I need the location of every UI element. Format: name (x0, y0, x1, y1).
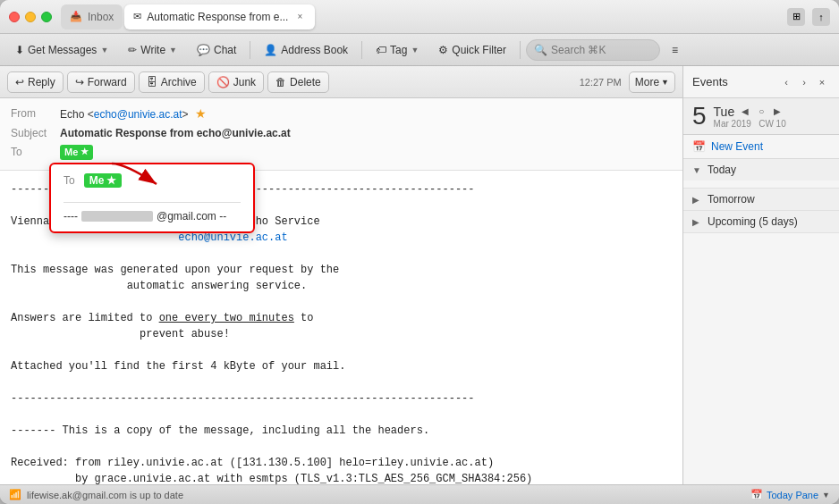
close-button[interactable] (9, 12, 20, 22)
cal-week: CW 10 (758, 119, 786, 129)
upcoming-toggle: ▶ (692, 217, 703, 227)
subject-row: Subject Automatic Response from echo@uni… (11, 125, 672, 141)
events-panel: Events ‹ › × 5 Tue ◀ ○ ▶ (682, 66, 839, 484)
today-pane-arrow[interactable]: ▼ (822, 491, 830, 500)
tomorrow-section-header[interactable]: ▶ Tomorrow (683, 189, 839, 210)
network-icon: 📶 (9, 489, 21, 500)
tag-icon: 🏷 (376, 44, 386, 56)
cal-dot-indicator: ○ (754, 105, 768, 119)
new-event-label: New Event (711, 140, 763, 153)
address-book-icon: 👤 (264, 44, 277, 56)
forward-button[interactable]: ↪ Forward (67, 71, 135, 93)
email-headers: From Echo <echo@univie.ac.at> ★ Subject … (0, 98, 682, 171)
email-pane: ↩ Reply ↪ Forward 🗄 Archive 🚫 Junk (0, 66, 682, 484)
main-window: 📥 Inbox ✉ Automatic Response from e... ×… (0, 0, 839, 504)
search-box[interactable]: 🔍 (526, 39, 660, 61)
message-toolbar: ↩ Reply ↪ Forward 🗄 Archive 🚫 Junk (0, 66, 682, 98)
toolbar-separator-2 (361, 41, 362, 59)
search-input[interactable] (551, 44, 649, 56)
minimize-button[interactable] (25, 12, 36, 22)
cal-prev-button[interactable]: ◀ (738, 105, 752, 119)
upcoming-label: Upcoming (5 days) (708, 215, 798, 228)
events-nav-prev[interactable]: ‹ (778, 74, 794, 90)
upcoming-section-header[interactable]: ▶ Upcoming (5 days) (683, 211, 839, 232)
titlebar-icons: ⊞ ↑ (787, 8, 830, 26)
tomorrow-toggle: ▶ (692, 195, 703, 205)
more-button[interactable]: More ▼ (629, 71, 675, 93)
today-section-header[interactable]: ▼ Today (683, 159, 839, 181)
new-event-button[interactable]: 📅 New Event (683, 135, 839, 159)
cal-next-button[interactable]: ▶ (770, 105, 784, 119)
email-tab[interactable]: ✉ Automatic Response from e... × (124, 4, 315, 29)
tooltip-email-prefix: ---- (64, 210, 78, 223)
maximize-button[interactable] (41, 12, 52, 22)
events-close-button[interactable]: × (814, 74, 830, 90)
calendar-month-week: Mar 2019 CW 10 (714, 119, 830, 129)
reply-button[interactable]: ↩ Reply (7, 71, 64, 93)
junk-button[interactable]: 🚫 Junk (208, 71, 264, 93)
grid-icon[interactable]: ⊞ (787, 8, 805, 26)
cal-month-year: Mar 2019 (714, 119, 751, 129)
tooltip-to-label: To Me ★ (64, 173, 241, 197)
main-content: ↩ Reply ↪ Forward 🗄 Archive 🚫 Junk (0, 66, 839, 484)
search-icon: 🔍 (534, 44, 547, 56)
tag-arrow: ▼ (411, 46, 419, 55)
chat-label: Chat (214, 44, 236, 56)
email-blur (81, 211, 153, 222)
titlebar: 📥 Inbox ✉ Automatic Response from e... ×… (0, 0, 839, 34)
write-button[interactable]: ✏ Write ▼ (120, 38, 185, 62)
calendar-small-icon: 📅 (750, 489, 763, 500)
events-nav: ‹ › × (778, 74, 830, 90)
tooltip-me-badge[interactable]: Me ★ (84, 173, 123, 188)
me-star: ★ (81, 144, 89, 160)
today-content (683, 181, 839, 188)
get-messages-button[interactable]: ⬇ Get Messages ▼ (7, 38, 116, 62)
tooltip-star: ★ (106, 174, 116, 187)
write-label: Write (140, 44, 165, 56)
delete-label: Delete (290, 76, 321, 88)
delete-button[interactable]: 🗑 Delete (267, 71, 329, 93)
junk-icon: 🚫 (216, 76, 230, 88)
from-row: From Echo <echo@univie.ac.at> ★ (11, 105, 672, 122)
today-label: Today (708, 164, 736, 176)
chat-button[interactable]: 💬 Chat (189, 38, 244, 62)
events-nav-next[interactable]: › (796, 74, 812, 90)
toolbar-separator-1 (250, 41, 250, 59)
main-toolbar: ⬇ Get Messages ▼ ✏ Write ▼ 💬 Chat 👤 Addr… (0, 34, 839, 66)
today-pane-label[interactable]: Today Pane (767, 490, 818, 500)
me-badge[interactable]: Me ★ (60, 145, 93, 160)
from-email-link[interactable]: echo@univie.ac.at (94, 108, 182, 121)
events-list: ▼ Today ▶ Tomorrow ▶ Up (683, 159, 839, 484)
menu-button[interactable]: ≡ (664, 38, 686, 62)
from-star[interactable]: ★ (195, 106, 207, 121)
tooltip-email-row: ---- @gmail.com -- (64, 202, 241, 223)
tab-bar: 📥 Inbox ✉ Automatic Response from e... × (61, 4, 780, 29)
reply-icon: ↩ (15, 76, 24, 88)
status-bar: 📶 lifewise.ak@gmail.com is up to date 📅 … (0, 484, 839, 504)
archive-button[interactable]: 🗄 Archive (139, 71, 205, 93)
tag-button[interactable]: 🏷 Tag ▼ (368, 38, 427, 62)
tag-label: Tag (390, 44, 407, 56)
chat-icon: 💬 (197, 44, 210, 56)
from-name: Echo (60, 108, 84, 121)
close-tab-button[interactable]: × (293, 11, 306, 23)
filter-icon: ⚙ (438, 44, 448, 56)
share-icon[interactable]: ↑ (812, 8, 830, 26)
tooltip-to-text: To (64, 174, 75, 187)
calendar-header: 5 Tue ◀ ○ ▶ Mar 2019 CW 10 (683, 98, 839, 135)
today-toggle: ▼ (692, 165, 703, 175)
quick-filter-button[interactable]: ⚙ Quick Filter (430, 38, 514, 62)
delete-icon: 🗑 (275, 76, 286, 88)
status-bar-right: 📅 Today Pane ▼ (750, 489, 830, 500)
address-book-button[interactable]: 👤 Address Book (256, 38, 356, 62)
email-icon: ✉ (133, 11, 141, 22)
email-pane-wrapper: ↩ Reply ↪ Forward 🗄 Archive 🚫 Junk (0, 66, 682, 484)
echo-link[interactable]: echo@univie.ac.at (178, 231, 287, 244)
to-value: Me ★ (60, 144, 672, 160)
inbox-tab[interactable]: 📥 Inbox (61, 4, 123, 29)
write-icon: ✏ (128, 44, 137, 56)
events-header: Events ‹ › × (683, 66, 839, 98)
from-value: Echo <echo@univie.ac.at> ★ (60, 105, 672, 122)
event-section-today: ▼ Today (683, 159, 839, 189)
toolbar-separator-3 (520, 41, 521, 59)
